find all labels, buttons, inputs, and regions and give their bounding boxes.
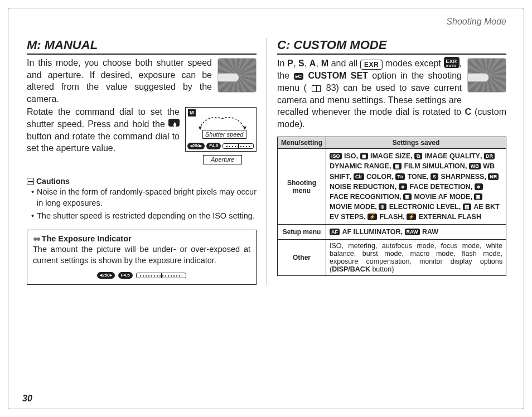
dial-arcs-icon [197, 115, 247, 131]
exposure-comp-button-icon: ⧫ [168, 119, 180, 127]
text: button and rotate the command dial to se… [27, 132, 180, 153]
lcd-diagram: M Shutter speed [185, 107, 257, 164]
note-heading: The Exposure Indicator [42, 234, 132, 243]
cautions-heading: Cautions [27, 177, 257, 186]
note-icon: ●● [33, 234, 40, 243]
aperture-label: Aperture [203, 155, 242, 164]
caution-item: The shutter speed is restricted dependin… [31, 211, 257, 222]
shutter-speed-value: ◂250▸ [187, 143, 205, 149]
table-rowhead: Shooting menu [278, 149, 326, 225]
table-header: Menu/setting [278, 137, 326, 149]
heading-custom: C: CUSTOM MODE [277, 38, 506, 55]
page-number: 30 [22, 394, 32, 404]
settings-table: Menu/setting Settings saved Shooting men… [277, 137, 506, 276]
exr-icon: EXR [360, 60, 383, 70]
caution-icon [27, 178, 34, 185]
exr-auto-icon: EXRAUTO [444, 57, 460, 68]
custom-set-icon: ▸C [294, 73, 304, 80]
running-head: Shooting Mode [27, 17, 506, 27]
page: Shooting Mode M: MANUAL In this mode, yo… [0, 0, 532, 417]
shutter-speed-value: ◂250▸ [97, 272, 114, 279]
aperture-value: F4.5 [206, 143, 221, 149]
cautions-list: Noise in the form of randomly-spaced bri… [31, 187, 257, 222]
table-header: Settings saved [326, 137, 506, 149]
exposure-indicator-note: ●●The Exposure Indicator The amount the … [27, 230, 257, 285]
exposure-meter-icon [136, 273, 186, 278]
shooting-menu-settings: ISO ISO, ◼ IMAGE SIZE, ⧉ IMAGE QUALITY, … [326, 149, 506, 225]
caution-item: Noise in the form of randomly-spaced bri… [31, 187, 257, 208]
setup-menu-settings: AF AF ILLUMINATOR, RAW RAW [326, 225, 506, 240]
mode-dial-thumb-m [217, 58, 257, 93]
aperture-value: F4.5 [118, 272, 133, 279]
svg-text:⧫: ⧫ [173, 122, 177, 128]
text: Rotate the command dial to set the shutt… [27, 107, 180, 129]
mode-dial-thumb-c [467, 58, 506, 93]
column-right: C: CUSTOM MODE In P, S, A, M and all EXR… [267, 38, 506, 285]
note-body: The amount the picture will be under- or… [33, 244, 250, 266]
column-left: M: MANUAL In this mode, you choose both … [27, 38, 267, 285]
table-rowhead: Other [278, 240, 326, 276]
svg-marker-0 [199, 127, 202, 130]
shutter-speed-label: Shutter speed [202, 130, 246, 139]
other-settings: ISO, metering, autofocus mode, focus mod… [326, 240, 506, 276]
table-rowhead: Setup menu [278, 225, 326, 240]
page-ref-icon [312, 85, 321, 92]
exposure-meter-icon [223, 143, 254, 149]
heading-manual: M: MANUAL [27, 38, 257, 55]
